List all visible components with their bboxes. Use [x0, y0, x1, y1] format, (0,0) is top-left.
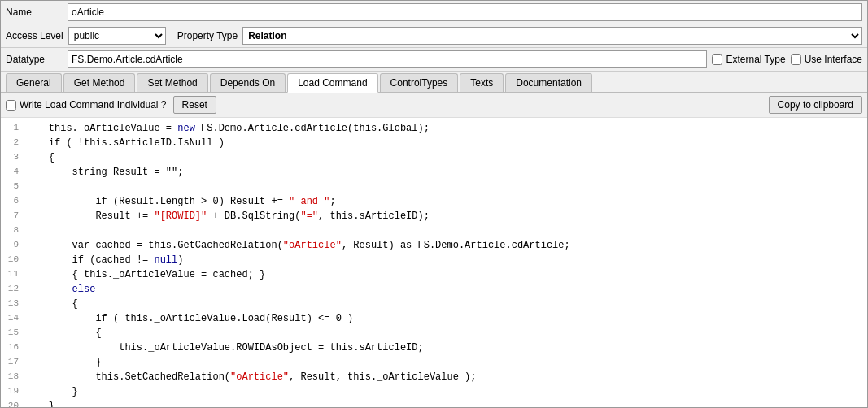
- property-type-select[interactable]: Relation Simple Complex: [242, 27, 862, 45]
- code-line: 13 {: [1, 297, 867, 311]
- line-content: Result += "[ROWID]" + DB.SqlString("=", …: [25, 209, 867, 224]
- code-line: 7 Result += "[ROWID]" + DB.SqlString("="…: [1, 209, 867, 224]
- line-content: if ( !this.sArticleID.IsNull ): [25, 136, 867, 150]
- datatype-label: Datatype: [6, 54, 63, 65]
- property-type-label: Property Type: [177, 30, 238, 41]
- datatype-input[interactable]: [68, 50, 707, 68]
- line-content: var cached = this.GetCachedRelation("oAr…: [25, 238, 867, 253]
- code-line: 9 var cached = this.GetCachedRelation("o…: [1, 238, 867, 253]
- line-number: 3: [1, 150, 25, 164]
- code-line: 20 }: [1, 399, 867, 407]
- use-interface-label: Use Interface: [805, 54, 862, 65]
- write-load-cmd-label[interactable]: Write Load Command Individual ?: [6, 99, 167, 111]
- code-line: 10 if (cached != null): [1, 253, 867, 267]
- main-container: Name Access Level public private protect…: [0, 0, 868, 408]
- datatype-row: Datatype External Type Use Interface: [1, 48, 867, 72]
- line-content: string Result = "";: [25, 165, 867, 180]
- code-line: 11 { this._oArticleValue = cached; }: [1, 267, 867, 282]
- line-content: }: [25, 399, 867, 407]
- code-line: 4 string Result = "";: [1, 165, 867, 180]
- code-area[interactable]: 1 this._oArticleValue = new FS.Demo.Arti…: [1, 118, 867, 407]
- line-number: 13: [1, 297, 25, 310]
- write-load-cmd-text: Write Load Command Individual ?: [20, 99, 167, 111]
- code-line: 2 if ( !this.sArticleID.IsNull ): [1, 136, 867, 150]
- name-row: Name: [1, 1, 867, 24]
- line-content: }: [25, 384, 867, 399]
- copy-clipboard-button[interactable]: Copy to clipboard: [769, 96, 862, 114]
- line-content: if (cached != null): [25, 253, 867, 267]
- line-content: {: [25, 297, 867, 311]
- line-content: {: [25, 326, 867, 341]
- tab-documentation[interactable]: Documentation: [505, 73, 592, 92]
- line-content: if ( this._oArticleValue.Load(Result) <=…: [25, 311, 867, 326]
- code-line: 12 else: [1, 282, 867, 297]
- code-line: 19 }: [1, 384, 867, 399]
- line-number: 17: [1, 355, 25, 369]
- line-content: if (Result.Length > 0) Result += " and "…: [25, 194, 867, 209]
- line-content: this._oArticleValue = new FS.Demo.Articl…: [25, 121, 867, 136]
- line-content: { this._oArticleValue = cached; }: [25, 267, 867, 282]
- line-number: 12: [1, 282, 25, 296]
- line-number: 7: [1, 209, 25, 223]
- line-number: 5: [1, 180, 25, 193]
- line-content: this._oArticleValue.ROWIDAsObject = this…: [25, 341, 867, 355]
- code-line: 16 this._oArticleValue.ROWIDAsObject = t…: [1, 341, 867, 355]
- access-level-select[interactable]: public private protected: [68, 27, 166, 45]
- line-number: 1: [1, 121, 25, 135]
- write-load-cmd-checkbox[interactable]: [6, 100, 16, 111]
- name-input[interactable]: [68, 3, 862, 21]
- line-number: 15: [1, 326, 25, 340]
- line-number: 16: [1, 341, 25, 354]
- tab-control-types[interactable]: ControlTypes: [380, 73, 459, 92]
- code-line: 5: [1, 180, 867, 194]
- line-number: 20: [1, 399, 25, 407]
- code-line: 17 }: [1, 355, 867, 370]
- line-number: 11: [1, 267, 25, 281]
- line-number: 18: [1, 370, 25, 384]
- code-line: 18 this.SetCachedRelation("oArticle", Re…: [1, 370, 867, 384]
- line-number: 10: [1, 253, 25, 267]
- external-type-checkbox-label[interactable]: External Type: [712, 54, 785, 65]
- toolbar-row: Write Load Command Individual ? Reset Co…: [1, 93, 867, 118]
- line-content: {: [25, 150, 867, 165]
- tab-set-method[interactable]: Set Method: [137, 73, 207, 92]
- line-number: 8: [1, 224, 25, 237]
- line-number: 9: [1, 238, 25, 252]
- use-interface-checkbox[interactable]: [791, 54, 801, 65]
- line-number: 4: [1, 165, 25, 179]
- line-number: 2: [1, 136, 25, 150]
- line-content: else: [25, 282, 867, 297]
- line-number: 19: [1, 384, 25, 398]
- line-content: this.SetCachedRelation("oArticle", Resul…: [25, 370, 867, 384]
- code-line: 6 if (Result.Length > 0) Result += " and…: [1, 194, 867, 209]
- code-line: 14 if ( this._oArticleValue.Load(Result)…: [1, 311, 867, 326]
- access-level-row: Access Level public private protected Pr…: [1, 24, 867, 48]
- line-number: 6: [1, 194, 25, 208]
- reset-button[interactable]: Reset: [173, 96, 216, 114]
- tab-load-command[interactable]: Load Command: [287, 73, 377, 93]
- use-interface-checkbox-label[interactable]: Use Interface: [791, 54, 862, 65]
- access-level-label: Access Level: [6, 30, 63, 41]
- code-line: 8: [1, 224, 867, 238]
- tab-texts[interactable]: Texts: [460, 73, 504, 92]
- tabs-row: General Get Method Set Method Depends On…: [1, 72, 867, 93]
- code-line: 1 this._oArticleValue = new FS.Demo.Arti…: [1, 121, 867, 136]
- code-panel: 1 this._oArticleValue = new FS.Demo.Arti…: [1, 118, 867, 407]
- name-label: Name: [6, 7, 63, 18]
- external-type-label: External Type: [726, 54, 785, 65]
- tab-get-method[interactable]: Get Method: [63, 73, 136, 92]
- external-type-checkbox[interactable]: [712, 54, 722, 65]
- tab-general[interactable]: General: [6, 73, 62, 92]
- code-line: 3 {: [1, 150, 867, 165]
- tab-depends-on[interactable]: Depends On: [210, 73, 286, 92]
- line-number: 14: [1, 311, 25, 325]
- code-line: 15 {: [1, 326, 867, 341]
- line-content: }: [25, 355, 867, 370]
